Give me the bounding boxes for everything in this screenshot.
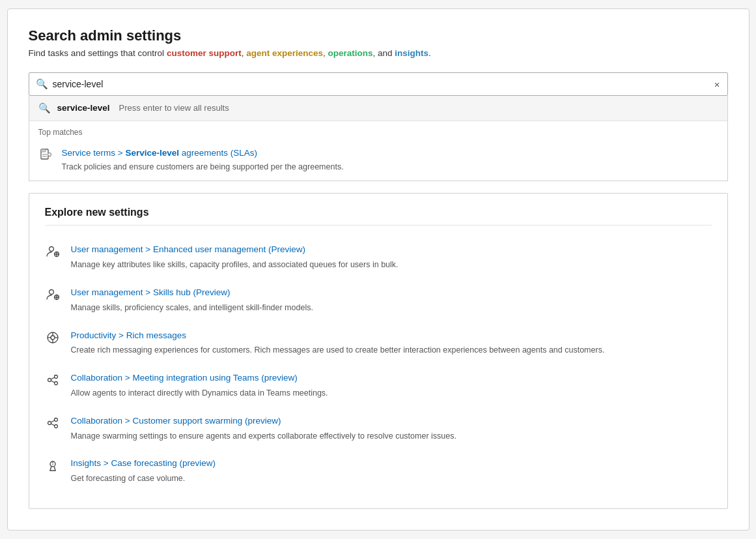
dropdown-search-term: service-level <box>57 103 110 113</box>
explore-item-5-content: Collaboration > Customer support swarmin… <box>71 415 456 443</box>
svg-line-24 <box>51 381 55 383</box>
page-subtitle: Find tasks and settings that control cus… <box>29 48 728 58</box>
explore-item-3-link[interactable]: Productivity > Rich messages <box>71 330 605 342</box>
search-dropdown: 🔍 service-level Press enter to view all … <box>29 96 728 181</box>
search-result-title: Service terms > Service-level agreements… <box>62 147 344 160</box>
explore-item-3-desc: Create rich messaging experiences for cu… <box>71 345 605 355</box>
search-result-content: Service terms > Service-level agreements… <box>62 147 344 173</box>
svg-point-25 <box>48 421 51 424</box>
explore-item-6-content: Insights > Case forecasting (preview) Ge… <box>71 458 216 485</box>
svg-line-28 <box>51 420 55 422</box>
svg-point-15 <box>51 336 55 340</box>
svg-point-26 <box>54 418 57 421</box>
search-result-desc: Track policies and ensure customers are … <box>62 162 344 173</box>
svg-point-20 <box>48 379 51 382</box>
explore-item-4[interactable]: Collaboration > Meeting integration usin… <box>45 364 712 407</box>
search-input[interactable] <box>29 72 728 96</box>
explore-item-1-desc: Manage key attributes like skills, capac… <box>71 260 399 269</box>
svg-point-10 <box>49 289 53 294</box>
explore-item-5-desc: Manage swarming settings to ensure agent… <box>71 431 456 441</box>
svg-line-23 <box>51 377 55 379</box>
search-suggestion-row[interactable]: 🔍 service-level Press enter to view all … <box>29 96 727 121</box>
explore-item-1-link[interactable]: User management > Enhanced user manageme… <box>71 244 399 256</box>
user-management-icon-2 <box>45 287 61 305</box>
svg-rect-1 <box>41 149 46 152</box>
explore-item-2-desc: Manage skills, proficiency scales, and i… <box>71 303 313 312</box>
collaboration-icon-1 <box>45 373 61 390</box>
clear-button[interactable]: × <box>714 78 720 89</box>
main-container: Search admin settings Find tasks and set… <box>7 8 749 531</box>
search-container: 🔍 × <box>29 72 728 96</box>
page-title: Search admin settings <box>29 27 728 44</box>
svg-point-22 <box>54 382 57 385</box>
productivity-icon <box>45 330 61 348</box>
svg-point-5 <box>48 153 51 156</box>
collaboration-icon-2 <box>45 416 61 433</box>
doc-icon <box>38 149 53 165</box>
explore-item-4-content: Collaboration > Meeting integration usin… <box>71 372 328 400</box>
explore-section-title: Explore new settings <box>45 207 712 226</box>
explore-item-3-content: Productivity > Rich messages Create rich… <box>71 330 605 357</box>
dropdown-search-icon: 🔍 <box>38 102 51 114</box>
svg-line-29 <box>51 424 55 426</box>
dropdown-search-hint: Press enter to view all results <box>119 103 229 113</box>
explore-item-6[interactable]: Insights > Case forecasting (preview) Ge… <box>45 450 712 493</box>
explore-item-5[interactable]: Collaboration > Customer support swarmin… <box>45 407 712 450</box>
explore-item-6-desc: Get forecasting of case volume. <box>71 474 186 483</box>
explore-item-4-desc: Allow agents to interact directly with D… <box>71 388 328 398</box>
svg-point-6 <box>49 247 53 252</box>
svg-point-27 <box>54 424 57 428</box>
explore-item-3[interactable]: Productivity > Rich messages Create rich… <box>45 322 712 365</box>
explore-item-1[interactable]: User management > Enhanced user manageme… <box>45 236 712 279</box>
user-management-icon-1 <box>45 244 61 262</box>
explore-item-2[interactable]: User management > Skills hub (Preview) M… <box>45 279 712 322</box>
insights-icon <box>45 458 61 476</box>
svg-point-21 <box>54 375 57 379</box>
search-result-item[interactable]: Service terms > Service-level agreements… <box>29 141 727 181</box>
top-matches-label: Top matches <box>29 121 727 141</box>
search-icon: 🔍 <box>36 78 48 90</box>
explore-item-6-link[interactable]: Insights > Case forecasting (preview) <box>71 458 216 470</box>
explore-section: Explore new settings User management > E… <box>29 193 728 509</box>
explore-item-5-link[interactable]: Collaboration > Customer support swarmin… <box>71 415 456 428</box>
explore-item-2-link[interactable]: User management > Skills hub (Preview) <box>71 287 313 299</box>
explore-item-1-content: User management > Enhanced user manageme… <box>71 244 399 271</box>
explore-item-4-link[interactable]: Collaboration > Meeting integration usin… <box>71 372 328 385</box>
explore-item-2-content: User management > Skills hub (Preview) M… <box>71 287 313 314</box>
